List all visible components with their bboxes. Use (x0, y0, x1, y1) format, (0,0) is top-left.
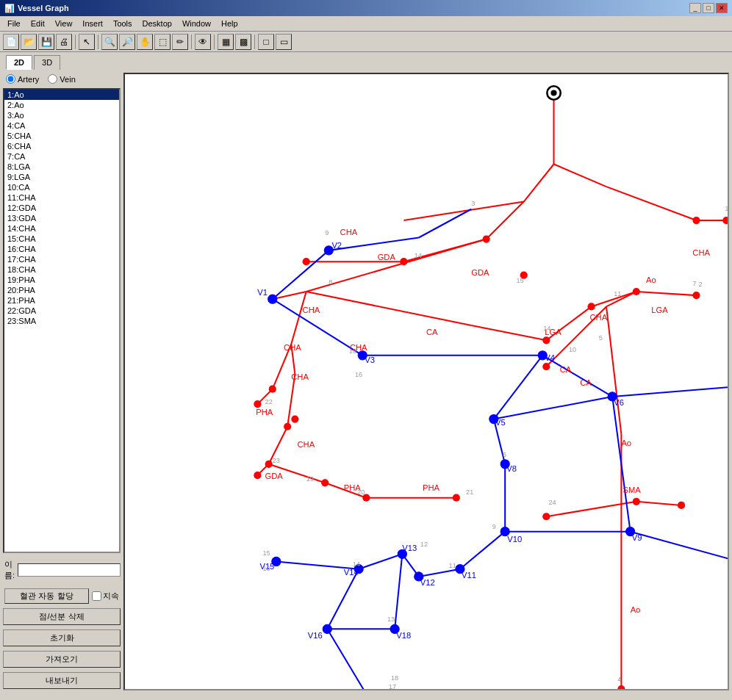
vessel-item[interactable]: 23:SMA (4, 316, 119, 326)
menu-tools[interactable]: Tools (109, 18, 137, 29)
svg-text:2: 2 (699, 281, 703, 288)
svg-text:PHA: PHA (423, 483, 440, 492)
svg-line-38 (494, 356, 542, 419)
vessel-item[interactable]: 11:CHA (4, 192, 119, 203)
layout-btn1[interactable]: ▦ (218, 34, 234, 50)
artery-radio[interactable] (6, 74, 15, 84)
vessel-item[interactable]: 18:CHA (4, 264, 119, 275)
svg-point-98 (633, 498, 640, 505)
graph-canvas[interactable]: CHA V2 GDA GDA V1 CHA CHA V3 CA LGA LGA … (123, 73, 729, 690)
shape-btn2[interactable]: ▭ (276, 34, 292, 50)
vessel-item[interactable]: 13:GDA (4, 213, 119, 223)
vessel-item[interactable]: 17:CHA (4, 254, 119, 264)
auto-assign-row: 혈관 자동 할당 지속 (3, 587, 121, 605)
vessel-item[interactable]: 3:Ao (4, 110, 119, 120)
export-button[interactable]: 내보내기 (3, 672, 121, 689)
svg-text:13: 13 (387, 616, 395, 623)
menu-insert[interactable]: Insert (78, 18, 107, 29)
vessel-list[interactable]: 1:Ao2:Ao3:Ao4:CA5:CHA6:CHA7:CA8:LGA9:LGA… (3, 88, 121, 553)
vessel-item[interactable]: 15:CHA (4, 234, 119, 244)
svg-text:V10: V10 (507, 535, 522, 544)
svg-text:V4: V4 (545, 353, 555, 362)
menu-desktop[interactable]: Desktop (138, 18, 176, 29)
reset-button[interactable]: 초기화 (3, 629, 121, 646)
vessel-item[interactable]: 9:LGA (4, 172, 119, 182)
maximize-button[interactable]: □ (703, 3, 714, 13)
open-button[interactable]: 📂 (21, 34, 37, 50)
svg-text:CHA: CHA (291, 372, 309, 381)
vessel-item[interactable]: 7:CA (4, 151, 119, 162)
artery-radio-label[interactable]: Artery (6, 74, 39, 84)
name-input[interactable] (18, 563, 121, 577)
tab-3d[interactable]: 3D (34, 55, 60, 70)
vessel-item[interactable]: 16:CHA (4, 244, 119, 254)
svg-point-56 (268, 295, 277, 303)
vessel-item[interactable]: 2:Ao (4, 100, 119, 110)
graph-svg: CHA V2 GDA GDA V1 CHA CHA V3 CA LGA LGA … (125, 74, 728, 689)
vein-radio[interactable] (48, 74, 57, 84)
delete-button[interactable]: 점/선분 삭제 (3, 608, 121, 625)
svg-point-82 (254, 400, 261, 408)
close-button[interactable]: ✕ (716, 3, 728, 13)
svg-point-100 (617, 685, 625, 689)
menu-view[interactable]: View (51, 18, 77, 29)
print-button[interactable]: 🖨 (56, 34, 72, 50)
vessel-item[interactable]: 14:CHA (4, 223, 119, 234)
vein-radio-label[interactable]: Vein (48, 74, 75, 84)
vessel-item[interactable]: 10:CA (4, 182, 119, 192)
view-button[interactable]: 👁 (195, 34, 211, 50)
new-button[interactable]: 📄 (3, 34, 19, 50)
select-tool[interactable]: ⬚ (154, 34, 171, 50)
menu-help[interactable]: Help (217, 18, 243, 29)
menu-file[interactable]: File (3, 18, 25, 29)
vessel-item[interactable]: 22:GDA (4, 306, 119, 316)
auto-assign-button[interactable]: 혈관 자동 할당 (4, 588, 89, 604)
vessel-item[interactable]: 21:PHA (4, 295, 119, 306)
svg-text:V6: V6 (614, 398, 624, 407)
cursor-tool[interactable]: ↖ (79, 34, 95, 50)
shape-btn1[interactable]: □ (258, 34, 274, 50)
svg-text:V14: V14 (344, 568, 359, 577)
svg-text:CHA: CHA (284, 343, 301, 352)
svg-text:PHA: PHA (256, 408, 273, 416)
svg-line-33 (329, 238, 418, 250)
vessel-item[interactable]: 20:PHA (4, 285, 119, 295)
vessel-item[interactable]: 8:LGA (4, 162, 119, 172)
svg-text:V16: V16 (308, 631, 323, 640)
svg-text:15: 15 (262, 549, 270, 557)
load-button[interactable]: 가져오기 (3, 651, 121, 668)
save-button[interactable]: 💾 (38, 34, 54, 50)
svg-line-50 (327, 569, 359, 629)
vessel-item[interactable]: 5:CHA (4, 131, 119, 141)
svg-text:17: 17 (389, 683, 396, 689)
menu-edit[interactable]: Edit (26, 18, 49, 29)
continue-checkbox[interactable] (92, 591, 101, 601)
vessel-item[interactable]: 1:Ao (4, 90, 119, 100)
svg-text:V3: V3 (365, 356, 375, 364)
left-panel: Artery Vein 1:Ao2:Ao3:Ao4:CA5:CHA6:CHA7:… (3, 73, 121, 690)
tab-2d[interactable]: 2D (6, 55, 32, 70)
vessel-item[interactable]: 12:GDA (4, 203, 119, 213)
continue-check-label[interactable]: 지속 (92, 591, 119, 602)
zoom-out-button[interactable]: 🔎 (119, 34, 135, 50)
svg-text:CA: CA (560, 365, 572, 374)
pan-tool[interactable]: ✋ (137, 34, 153, 50)
svg-point-99 (678, 502, 685, 509)
layout-btn2[interactable]: ▩ (235, 34, 251, 50)
svg-text:9: 9 (492, 523, 496, 530)
svg-line-12 (471, 325, 546, 340)
svg-point-77 (483, 235, 490, 242)
vessel-item[interactable]: 19:PHA (4, 275, 119, 285)
svg-text:V13: V13 (402, 544, 417, 552)
svg-line-18 (291, 292, 306, 344)
minimize-button[interactable]: _ (689, 3, 701, 13)
vessel-item[interactable]: 4:CA (4, 120, 119, 131)
svg-line-28 (606, 306, 621, 434)
vessel-item[interactable]: 6:CHA (4, 141, 119, 151)
menu-window[interactable]: Window (178, 18, 215, 29)
draw-tool[interactable]: ✏ (172, 34, 188, 50)
svg-line-4 (606, 187, 696, 220)
window-controls[interactable]: _ □ ✕ (689, 3, 728, 13)
svg-point-87 (321, 479, 329, 486)
zoom-in-button[interactable]: 🔍 (101, 34, 118, 50)
